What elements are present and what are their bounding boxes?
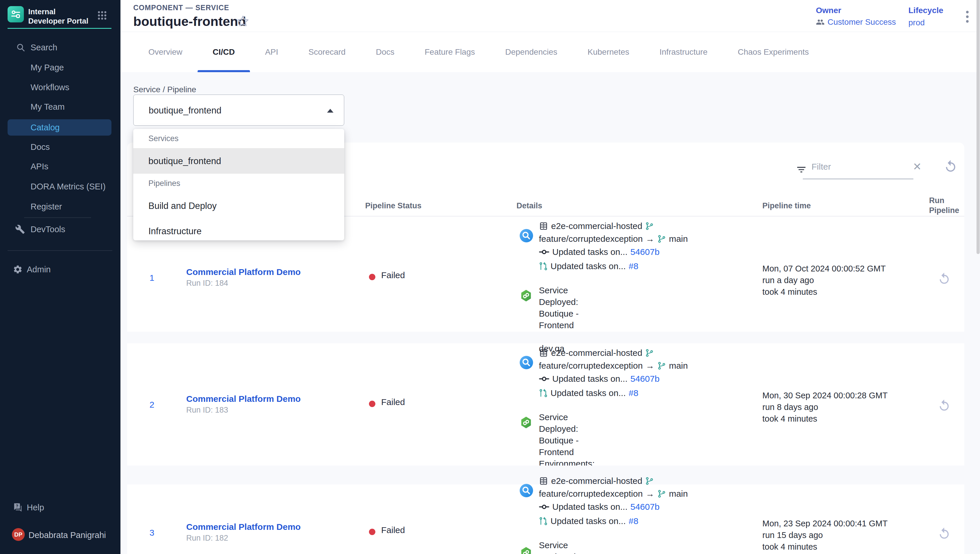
- repository-icon: [539, 221, 548, 231]
- pr-number-link[interactable]: #8: [629, 388, 638, 398]
- filter-input-underline: [803, 179, 913, 179]
- commit-message: Updated tasks on...: [552, 374, 628, 384]
- search-icon: [16, 43, 25, 52]
- run-id: Run ID: 184: [186, 279, 228, 288]
- sidebar-item-my-page[interactable]: My Page: [0, 59, 121, 76]
- row-separator: [127, 332, 964, 343]
- deploy-title: Service Deployed:: [539, 540, 578, 554]
- pr-message: Updated tasks on...: [550, 388, 626, 398]
- vertical-scrollbar[interactable]: [977, 0, 980, 254]
- run-ago: run a day ago: [762, 274, 886, 286]
- menu-item-infrastructure[interactable]: Infrastructure: [133, 218, 344, 240]
- commit-message: Updated tasks on...: [552, 502, 628, 512]
- run-id: Run ID: 183: [186, 406, 228, 415]
- tab-api[interactable]: API: [250, 32, 293, 72]
- col-header-run-pipeline: Run Pipeline: [929, 196, 967, 215]
- rerun-pipeline-icon[interactable]: [937, 272, 951, 285]
- sidebar-item-search[interactable]: Search: [0, 39, 121, 56]
- cd-stage-icon: [520, 416, 533, 429]
- deploy-title: Service Deployed:: [539, 411, 595, 435]
- tab-cicd[interactable]: CI/CD: [197, 32, 250, 72]
- page-title: boutique-frontend: [133, 14, 246, 29]
- sidebar-item-workflows[interactable]: Workflows: [0, 79, 121, 96]
- sidebar-item-dora-metrics[interactable]: DORA Metrics (SEI): [0, 178, 121, 195]
- tab-overview[interactable]: Overview: [133, 32, 197, 72]
- entity-tabs: Overview CI/CD API Scorecard Docs Featur…: [133, 32, 824, 72]
- rerun-pipeline-icon[interactable]: [937, 527, 951, 540]
- sidebar-item-docs[interactable]: Docs: [0, 139, 121, 155]
- tab-infrastructure[interactable]: Infrastructure: [644, 32, 723, 72]
- gear-icon: [13, 264, 23, 274]
- favorite-star-icon[interactable]: [236, 14, 250, 28]
- refresh-icon[interactable]: [943, 159, 958, 174]
- ci-stage-icon: [520, 229, 533, 242]
- clear-filter-icon[interactable]: ✕: [913, 161, 921, 173]
- tab-scorecard[interactable]: Scorecard: [293, 32, 361, 72]
- tab-chaos-experiments[interactable]: Chaos Experiments: [722, 32, 824, 72]
- tab-kubernetes[interactable]: Kubernetes: [572, 32, 644, 72]
- arrow-right-icon: →: [646, 234, 654, 244]
- commit-sha-link[interactable]: 54607b: [630, 374, 660, 384]
- run-duration: took 4 minutes: [762, 286, 886, 298]
- sidebar-item-register[interactable]: Register: [0, 199, 121, 215]
- sidebar-item-my-team[interactable]: My Team: [0, 99, 121, 115]
- row-index: 2: [145, 400, 158, 410]
- sidebar-item-label: DevTools: [30, 224, 65, 234]
- pipeline-name-link[interactable]: Commercial Platform Demo: [186, 394, 301, 404]
- ci-stage-icon: [520, 484, 533, 497]
- commit-sha-link[interactable]: 54607b: [630, 502, 660, 512]
- sidebar-item-help[interactable]: ? Help: [0, 499, 121, 516]
- deploy-service: Boutique - Frontend: [539, 308, 595, 331]
- apps-grid-icon[interactable]: [97, 11, 107, 21]
- pr-number-link[interactable]: #8: [629, 261, 638, 271]
- table-row: 3 Commercial Platform Demo Run ID: 182 F…: [127, 471, 964, 554]
- sidebar-item-apis[interactable]: APIs: [0, 158, 121, 175]
- status-dot: [369, 529, 375, 535]
- run-timestamp: Mon, 07 Oct 2024 00:00:52 GMT: [762, 263, 886, 274]
- pipeline-name-link[interactable]: Commercial Platform Demo: [186, 522, 301, 532]
- avatar: DP: [12, 528, 25, 541]
- tab-docs[interactable]: Docs: [361, 32, 410, 72]
- run-duration: took 4 minutes: [762, 413, 888, 425]
- tab-dependencies[interactable]: Dependencies: [490, 32, 572, 72]
- ci-stage-icon: [520, 356, 533, 369]
- commit-sha-link[interactable]: 54607b: [630, 247, 660, 257]
- sidebar-item-admin[interactable]: Admin: [0, 261, 121, 278]
- app-title: Internal Developer Portal: [28, 7, 91, 25]
- run-timestamp: Mon, 23 Sep 2024 00:00:41 GMT: [762, 517, 888, 529]
- run-ago: run 8 days ago: [762, 401, 888, 413]
- pull-request-icon: [539, 262, 547, 271]
- user-menu[interactable]: DP Debabrata Panigrahi: [0, 528, 121, 546]
- menu-item-build-and-deploy[interactable]: Build and Deploy: [133, 193, 344, 218]
- sidebar-accent-divider: [8, 28, 111, 29]
- tab-feature-flags[interactable]: Feature Flags: [410, 32, 490, 72]
- arrow-right-icon: →: [646, 361, 654, 371]
- wrench-icon: [15, 224, 25, 234]
- target-branch: main: [669, 234, 688, 244]
- pr-message: Updated tasks on...: [550, 261, 626, 271]
- sidebar-item-devtools[interactable]: DevTools: [0, 221, 121, 237]
- more-options-kebab-icon[interactable]: [961, 9, 973, 26]
- commit-icon: [539, 374, 549, 384]
- filter-input[interactable]: Filter: [811, 162, 831, 172]
- app-logo-icon[interactable]: [8, 6, 24, 22]
- pipeline-name-link[interactable]: Commercial Platform Demo: [186, 267, 301, 277]
- pr-number-link[interactable]: #8: [629, 516, 638, 526]
- svg-text:?: ?: [16, 504, 18, 508]
- menu-item-boutique-frontend[interactable]: boutique_frontend: [133, 148, 344, 174]
- lifecycle-label: Lifecycle: [908, 6, 943, 15]
- git-branch-icon: [645, 477, 654, 486]
- row-index: 1: [145, 273, 158, 283]
- sidebar-item-catalog[interactable]: Catalog: [8, 119, 111, 135]
- source-branch: feature/corruptedexception: [539, 234, 643, 244]
- git-branch-icon: [657, 489, 666, 498]
- service-pipeline-label: Service / Pipeline: [133, 85, 196, 94]
- service-pipeline-select[interactable]: boutique_frontend: [133, 95, 344, 126]
- pipeline-time-cell: Mon, 23 Sep 2024 00:00:41 GMT run 15 day…: [762, 517, 888, 552]
- sidebar-item-label: Admin: [27, 265, 51, 274]
- rerun-pipeline-icon[interactable]: [937, 399, 951, 412]
- git-branch-icon: [657, 234, 666, 243]
- row-index: 3: [145, 528, 158, 538]
- owner-link[interactable]: Customer Success: [827, 18, 896, 27]
- select-value: boutique_frontend: [149, 105, 221, 116]
